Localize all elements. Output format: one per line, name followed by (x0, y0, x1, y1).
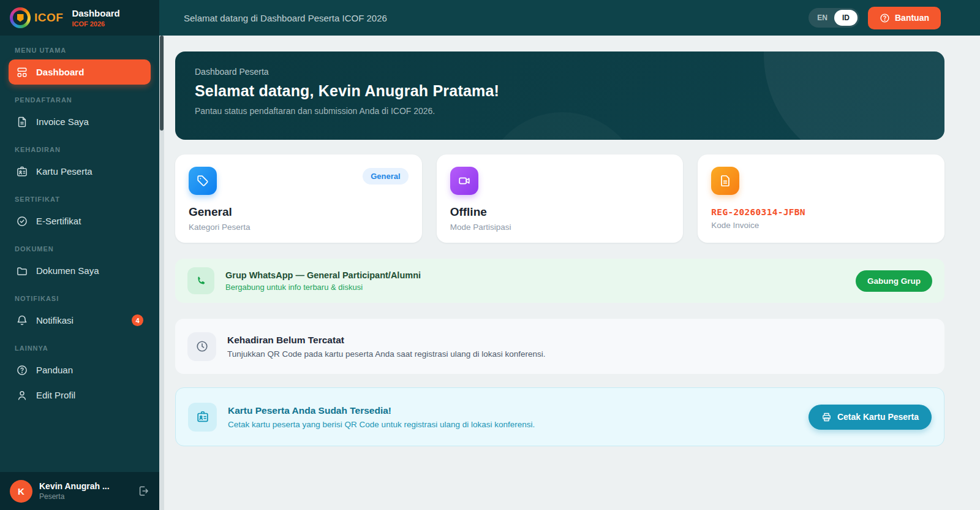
stat-title-mode: Offline (450, 205, 670, 219)
sidebar-item-label: Kartu Peserta (36, 166, 143, 177)
sidebar-item-invoice-saya[interactable]: Invoice Saya (9, 109, 151, 134)
stat-subtitle-category: Kategori Peserta (189, 223, 409, 232)
icof-logo-text: ICOF (34, 11, 63, 25)
sidebar: ICOF Dashboard ICOF 2026 MENU UTAMA Dash… (0, 0, 159, 510)
badge-check-icon (16, 215, 28, 227)
sidebar-item-dokumen-saya[interactable]: Dokumen Saya (9, 258, 151, 283)
sidebar-item-notifikasi[interactable]: Notifikasi 4 (9, 308, 151, 333)
print-card-button-label: Cetak Kartu Peserta (837, 412, 919, 422)
clock-icon (187, 332, 216, 361)
sidebar-item-label: E-Sertifikat (36, 216, 143, 226)
file-icon (711, 167, 739, 195)
sidebar-item-dashboard[interactable]: Dashboard (9, 59, 151, 85)
welcome-banner: Dashboard Peserta Selamat datang, Kevin … (175, 51, 944, 140)
welcome-title: Selamat datang, Kevin Anugrah Pratama! (195, 82, 925, 100)
sidebar-item-edit-profil[interactable]: Edit Profil (9, 382, 151, 408)
lang-option-id[interactable]: ID (834, 10, 858, 26)
sidebar-item-label: Dashboard (36, 67, 143, 77)
event-label: ICOF 2026 (72, 20, 119, 28)
sidebar-item-label: Edit Profil (36, 390, 143, 400)
attendance-subtitle: Tunjukkan QR Code pada kartu peserta And… (227, 349, 932, 359)
id-card-icon (16, 166, 28, 178)
avatar: K (10, 480, 32, 503)
whatsapp-title: Grup WhatsApp — General Participant/Alum… (225, 270, 845, 280)
stat-cards: General General Kategori Peserta Offline… (175, 154, 944, 243)
whatsapp-subtitle: Bergabung untuk info terbaru & diskusi (225, 283, 845, 292)
category-badge: General (363, 168, 408, 185)
section-label-kehadiran: KEHADIRAN (15, 146, 145, 153)
section-label-lainnya: LAINNYA (15, 344, 145, 352)
language-toggle[interactable]: EN ID (809, 8, 859, 28)
stat-subtitle-mode: Mode Partisipasi (450, 223, 670, 232)
sidebar-nav: MENU UTAMA Dashboard PENDAFTARAN Invoice… (0, 36, 159, 472)
folder-icon (16, 265, 28, 277)
user-role: Peserta (39, 492, 130, 501)
content: Dashboard Peserta Selamat datang, Kevin … (159, 36, 980, 510)
icof-logo-emblem-icon (10, 7, 31, 28)
page-title: Dashboard (72, 8, 119, 18)
dashboard-icon (16, 66, 28, 78)
sidebar-scrollbar[interactable] (159, 36, 164, 510)
notification-count-badge: 4 (132, 314, 143, 326)
sidebar-item-label: Dokumen Saya (36, 265, 143, 276)
sidebar-header: ICOF Dashboard ICOF 2026 (0, 0, 159, 36)
sidebar-item-panduan[interactable]: Panduan (9, 357, 151, 382)
section-label-sertifikat: SERTIFIKAT (15, 196, 145, 203)
attendance-title: Kehadiran Belum Tercatat (227, 335, 932, 346)
topbar: Selamat datang di Dashboard Peserta ICOF… (159, 0, 980, 36)
sidebar-item-e-sertifikat[interactable]: E-Sertifikat (9, 208, 151, 234)
welcome-subtitle: Pantau status pendaftaran dan submission… (195, 106, 925, 116)
help-button-label: Bantuan (895, 13, 929, 23)
user-icon (16, 389, 28, 402)
print-card-button[interactable]: Cetak Kartu Peserta (809, 405, 932, 430)
stat-title-category: General (189, 205, 409, 219)
lang-option-en[interactable]: EN (810, 10, 834, 26)
help-circle-icon (16, 364, 28, 376)
sidebar-item-label: Notifikasi (36, 315, 124, 325)
attendance-banner: Kehadiran Belum Tercatat Tunjukkan QR Co… (175, 319, 944, 374)
stat-card-category: General General Kategori Peserta (175, 154, 422, 243)
printer-icon (821, 412, 832, 422)
help-circle-icon (880, 13, 890, 23)
section-label-dokumen: DOKUMEN (15, 245, 145, 253)
join-group-button[interactable]: Gabung Grup (856, 270, 932, 292)
phone-icon (187, 267, 214, 294)
stat-card-mode: Offline Mode Partisipasi (437, 154, 684, 243)
invoice-icon (16, 116, 28, 128)
whatsapp-banner: Grup WhatsApp — General Participant/Alum… (175, 259, 944, 303)
tag-icon (189, 167, 217, 195)
help-button[interactable]: Bantuan (868, 7, 941, 29)
topbar-welcome-text: Selamat datang di Dashboard Peserta ICOF… (184, 13, 387, 23)
logout-icon (137, 485, 149, 497)
welcome-eyebrow: Dashboard Peserta (195, 67, 925, 77)
participant-card-subtitle: Cetak kartu peserta yang berisi QR Code … (228, 420, 797, 429)
section-label-menu-utama: MENU UTAMA (15, 47, 145, 54)
sidebar-item-label: Invoice Saya (36, 116, 143, 127)
video-camera-icon (450, 167, 478, 195)
user-name: Kevin Anugrah ... (39, 481, 130, 491)
stat-card-invoice-code: REG-20260314-JFBN Kode Invoice (698, 154, 944, 243)
id-card-icon (188, 403, 217, 432)
section-label-pendaftaran: PENDAFTARAN (15, 96, 145, 104)
stat-subtitle-invoice: Kode Invoice (711, 221, 931, 230)
participant-card-banner: Kartu Peserta Anda Sudah Tersedia! Cetak… (175, 387, 944, 446)
scrollbar-thumb[interactable] (160, 36, 164, 131)
bell-icon (16, 314, 28, 327)
participant-card-title: Kartu Peserta Anda Sudah Tersedia! (228, 405, 797, 416)
icof-logo: ICOF (10, 7, 63, 28)
user-footer: K Kevin Anugrah ... Peserta (0, 472, 159, 510)
invoice-code: REG-20260314-JFBN (711, 207, 931, 217)
section-label-notifikasi: NOTIFIKASI (15, 295, 145, 302)
sidebar-item-label: Panduan (36, 365, 143, 375)
logout-button[interactable] (137, 485, 149, 497)
main-area: Selamat datang di Dashboard Peserta ICOF… (159, 0, 980, 510)
sidebar-item-kartu-peserta[interactable]: Kartu Peserta (9, 159, 151, 184)
